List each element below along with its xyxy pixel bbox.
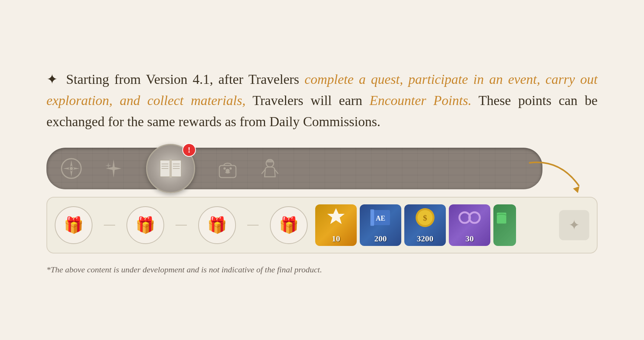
rewards-section: 🎁 🎁 🎁 🎁 [46, 197, 598, 253]
resin-count: 30 [465, 234, 474, 244]
notification-badge: ! [182, 143, 196, 157]
reward-resin: 30 [449, 204, 490, 246]
bag-icon[interactable] [214, 155, 241, 182]
scroll-indicator[interactable]: ✦ [559, 210, 589, 240]
disclaimer-text: *The above content is under development … [46, 265, 598, 275]
scroll-sparkle-icon: ✦ [569, 217, 580, 233]
primogem-count: 10 [332, 234, 340, 244]
gift-icon-2[interactable]: 🎁 [126, 206, 164, 244]
gift-icon-1[interactable]: 🎁 [55, 206, 92, 244]
adventure-exp-count: 200 [374, 234, 387, 244]
svg-text:AE: AE [376, 215, 385, 222]
arrow-container [522, 155, 598, 201]
desc-text-2: Travelers will earn [245, 93, 370, 108]
adventure-book-icon[interactable]: ! [146, 144, 195, 193]
reward-adventure-exp: AE 200 [360, 204, 401, 246]
gift-icon-3[interactable]: 🎁 [198, 206, 236, 244]
svg-point-1 [70, 167, 73, 170]
mora-count: 3200 [417, 234, 433, 244]
reward-extra [493, 204, 516, 246]
connector-2 [176, 225, 187, 226]
main-container: ✦ Starting from Version 4.1, after Trave… [24, 54, 620, 286]
svg-text:$: $ [423, 213, 427, 223]
svg-point-12 [226, 169, 229, 172]
gift-icon-4[interactable]: 🎁 [270, 206, 308, 244]
desc-highlight-2: Encounter Points. [370, 93, 471, 108]
svg-point-14 [230, 167, 232, 170]
navigation-bar: ! [46, 148, 542, 189]
bullet-point: ✦ [46, 72, 63, 87]
connector-1 [104, 225, 115, 226]
connector-3 [247, 225, 259, 226]
svg-point-13 [223, 167, 226, 170]
sparkle-nav-icon[interactable] [100, 155, 127, 182]
compass-icon[interactable] [58, 155, 85, 182]
curved-arrow-icon [522, 155, 590, 197]
character-icon[interactable] [256, 155, 283, 182]
desc-text-1: Starting from Version 4.1, after Travele… [66, 72, 305, 87]
reward-items-group: 10 AE 200 $ [315, 204, 556, 246]
svg-marker-16 [327, 208, 345, 224]
description-block: ✦ Starting from Version 4.1, after Trave… [46, 69, 598, 132]
svg-rect-19 [370, 209, 374, 226]
reward-mora: $ 3200 [404, 204, 446, 246]
svg-rect-10 [169, 159, 172, 178]
gift-items-group: 🎁 🎁 🎁 🎁 [55, 206, 308, 244]
reward-primogem: 10 [315, 204, 357, 246]
ui-section: ! [46, 148, 598, 275]
